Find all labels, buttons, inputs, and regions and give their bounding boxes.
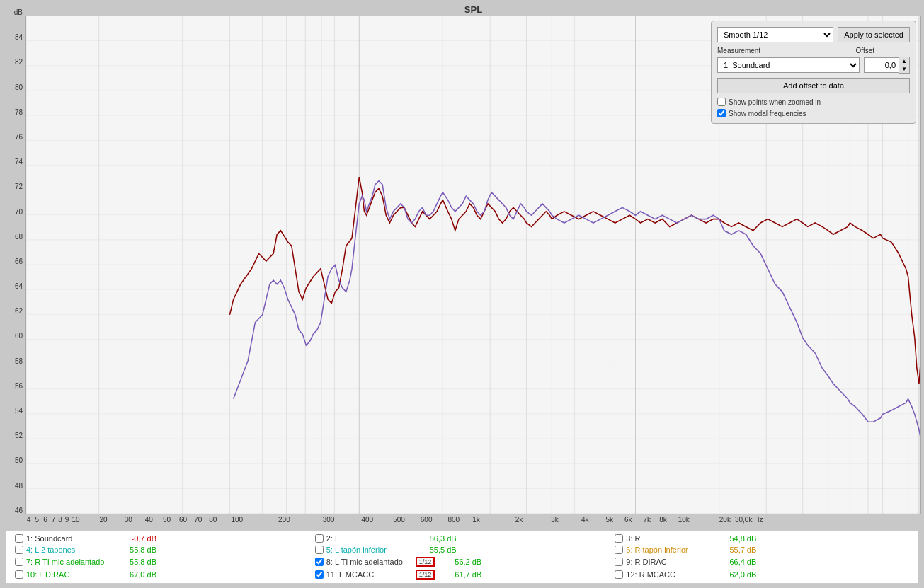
- smooth-select[interactable]: Smooth 1/12 Smooth 1/6 Smooth 1/3 No smo…: [717, 27, 833, 42]
- legend-checkbox-8[interactable]: [315, 558, 324, 566]
- legend-value-8: 56,2 dB: [439, 558, 481, 566]
- measurement-label: Measurement: [717, 47, 760, 54]
- controls-panel: Smooth 1/12 Smooth 1/6 Smooth 1/3 No smo…: [711, 21, 916, 124]
- chart-area: dB 84 82 80 78 76 74 72 70 68 66 64 62 6…: [3, 3, 921, 529]
- legend-checkbox-6[interactable]: [615, 546, 623, 554]
- legend-value-12: 62,0 dB: [714, 570, 756, 579]
- legend-label-8: 8: L TI mic adelantado: [326, 558, 411, 566]
- legend-value-10: 67,0 dB: [114, 570, 156, 579]
- legend-label-11: 11: L MCACC: [326, 570, 411, 579]
- list-item: 3: R 54,8 dB: [612, 534, 912, 543]
- legend-value-2: 56,3 dB: [414, 534, 457, 543]
- show-points-label: Show points when zoomed in: [729, 98, 821, 106]
- offset-up-button[interactable]: ▲: [899, 57, 909, 65]
- chart-main: SPL: [25, 3, 921, 529]
- legend-checkbox-5[interactable]: [315, 546, 324, 554]
- legend-label-12: 12: R MCACC: [626, 570, 711, 579]
- legend-badge-11: 1/12: [416, 570, 435, 580]
- legend-label-1: 1: Soundcard: [26, 534, 111, 543]
- y-axis: dB 84 82 80 78 76 74 72 70 68 66 64 62 6…: [3, 3, 25, 529]
- x-axis: 4 5 6 7 8 9 10 20 30 40 50 60 70 80 100 …: [25, 514, 921, 529]
- show-points-row: Show points when zoomed in: [717, 98, 910, 106]
- offset-label: Offset: [856, 47, 875, 54]
- legend-checkbox-12[interactable]: [615, 570, 623, 579]
- list-item: 1: Soundcard -0,7 dB: [12, 534, 312, 543]
- add-offset-button[interactable]: Add offset to data: [717, 78, 910, 93]
- legend-value-11: 61,7 dB: [439, 570, 481, 579]
- list-item: 7: R TI mic adelantado 55,8 dB: [12, 556, 312, 567]
- legend-checkbox-4[interactable]: [15, 546, 23, 554]
- list-item: 4: L 2 tapones 55,8 dB: [12, 545, 312, 555]
- legend-value-5: 55,5 dB: [414, 546, 457, 554]
- legend-checkbox-11[interactable]: [315, 570, 324, 579]
- controls-labels: Measurement Offset: [717, 47, 910, 54]
- list-item: 12: R MCACC 62,0 dB: [612, 569, 912, 580]
- legend-value-4: 55,8 dB: [114, 546, 156, 554]
- legend-checkbox-3[interactable]: [615, 534, 623, 543]
- legend-checkbox-10[interactable]: [15, 570, 23, 579]
- y-axis-label: dB: [14, 8, 23, 16]
- list-item: 2: L 56,3 dB: [312, 534, 612, 543]
- legend-label-5: 5: L tapón inferior: [326, 546, 411, 554]
- list-item: 6: R tapón inferior 55,7 dB: [612, 545, 912, 555]
- legend-value-9: 66,4 dB: [714, 558, 756, 566]
- legend-checkbox-7[interactable]: [15, 558, 23, 566]
- smooth-row: Smooth 1/12 Smooth 1/6 Smooth 1/3 No smo…: [717, 27, 910, 42]
- legend-label-9: 9: R DIRAC: [626, 558, 711, 566]
- offset-input[interactable]: [864, 57, 899, 73]
- legend-checkbox-9[interactable]: [615, 558, 623, 566]
- legend-value-1: -0,7 dB: [114, 534, 156, 543]
- show-modal-checkbox[interactable]: [717, 109, 726, 117]
- legend-checkbox-1[interactable]: [15, 534, 23, 543]
- legend-badge-8: 1/12: [416, 557, 435, 567]
- legend-value-6: 55,7 dB: [714, 546, 756, 554]
- offset-spinners: ▲ ▼: [899, 57, 910, 74]
- legend: 1: Soundcard -0,7 dB 2: L 56,3 dB 3: R 5…: [6, 530, 918, 584]
- offset-input-wrap: ▲ ▼: [864, 57, 910, 74]
- show-points-checkbox[interactable]: [717, 98, 726, 106]
- legend-label-4: 4: L 2 tapones: [26, 546, 111, 554]
- list-item: 8: L TI mic adelantado 1/12 56,2 dB: [312, 556, 612, 567]
- main-container: dB 84 82 80 78 76 74 72 70 68 66 64 62 6…: [0, 0, 924, 588]
- show-modal-label: Show modal frequencies: [729, 110, 806, 117]
- legend-value-7: 55,8 dB: [114, 558, 156, 566]
- list-item: 9: R DIRAC 66,4 dB: [612, 556, 912, 567]
- show-modal-row: Show modal frequencies: [717, 109, 910, 117]
- legend-label-6: 6: R tapón inferior: [626, 546, 711, 554]
- chart-with-grid: Smooth 1/12 Smooth 1/6 Smooth 1/3 No smo…: [25, 16, 921, 514]
- legend-checkbox-2[interactable]: [315, 534, 324, 543]
- measurement-select[interactable]: 1: Soundcard: [717, 57, 860, 73]
- list-item: 10: L DIRAC 67,0 dB: [12, 569, 312, 580]
- apply-selected-button[interactable]: Apply to selected: [838, 27, 910, 42]
- legend-label-7: 7: R TI mic adelantado: [26, 558, 111, 566]
- legend-value-3: 54,8 dB: [714, 534, 756, 543]
- list-item: 5: L tapón inferior 55,5 dB: [312, 545, 612, 555]
- legend-label-2: 2: L: [326, 534, 411, 543]
- measurement-row: 1: Soundcard ▲ ▼: [717, 57, 910, 74]
- offset-down-button[interactable]: ▼: [899, 65, 909, 73]
- chart-title: SPL: [25, 3, 921, 16]
- legend-label-3: 3: R: [626, 534, 711, 543]
- list-item: 11: L MCACC 1/12 61,7 dB: [312, 569, 612, 580]
- legend-label-10: 10: L DIRAC: [26, 570, 111, 579]
